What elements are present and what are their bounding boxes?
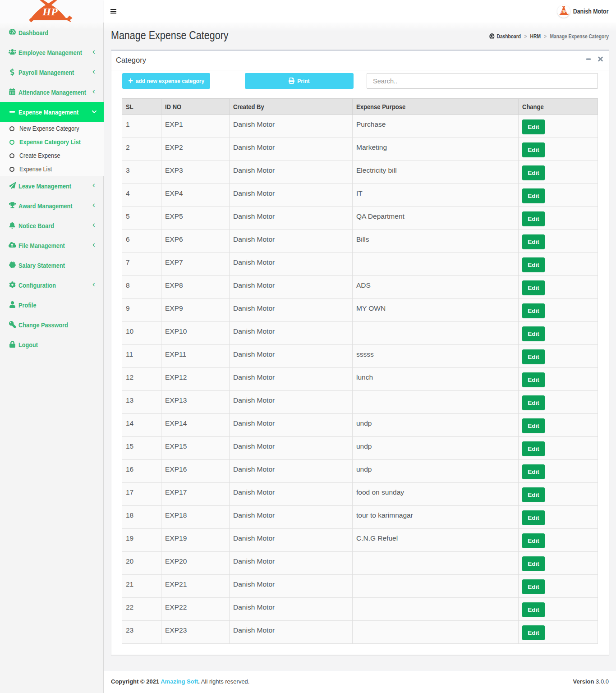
svg-text:HP: HP	[561, 10, 566, 14]
svg-text:HP: HP	[42, 6, 58, 18]
